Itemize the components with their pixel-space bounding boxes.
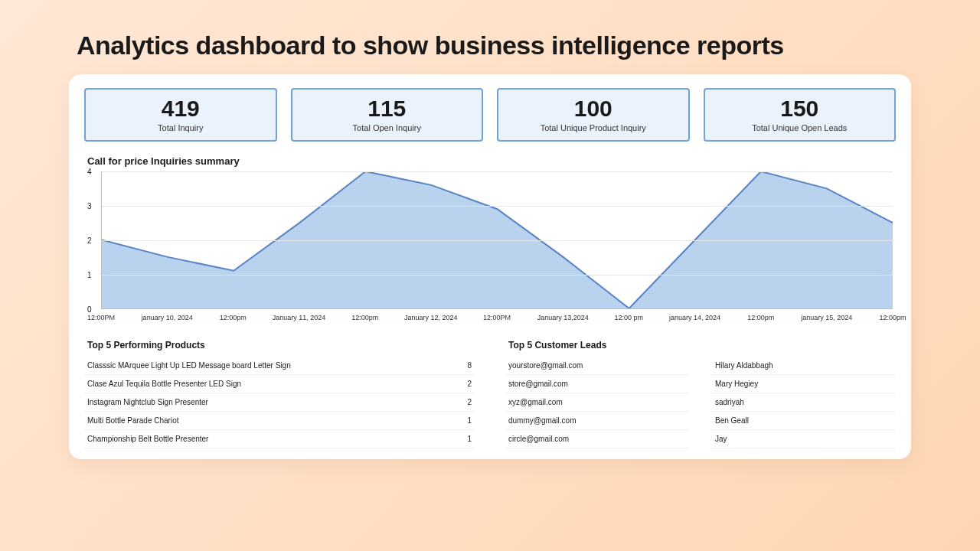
stat-value: 419 bbox=[90, 96, 271, 122]
product-name: Clase Azul Tequila Bottle Presenter LED … bbox=[87, 380, 241, 388]
table-row: Instagram Nightclub Sign Presenter2 bbox=[84, 393, 475, 412]
grid-line bbox=[102, 240, 893, 241]
y-tick: 1 bbox=[87, 271, 92, 279]
lead-email: circle@gmail.com bbox=[508, 435, 569, 443]
table-row: Ben Geall bbox=[712, 412, 896, 430]
top-leads-block: Top 5 Customer Leads yourstore@gmail.com… bbox=[505, 340, 896, 448]
product-name: Classsic MArquee Light Up LED Message bo… bbox=[87, 361, 291, 370]
lead-name: Ben Geall bbox=[715, 416, 749, 425]
table-row: Jay bbox=[712, 430, 896, 448]
lead-email: store@gmail.com bbox=[508, 380, 568, 388]
x-axis: 12:00PMjanuary 10, 202412:00pmJanuary 11… bbox=[101, 314, 893, 329]
x-tick: 12:00PM bbox=[87, 314, 115, 321]
grid-line bbox=[102, 275, 893, 276]
table-row: Hilary Aldabbagh bbox=[712, 357, 896, 375]
table-row: Multi Bottle Parade Chariot1 bbox=[84, 412, 475, 430]
stat-unique-product-inquiry: 100 Total Unique Product Inquiry bbox=[497, 88, 690, 142]
product-name: Championship Belt Bottle Presenter bbox=[87, 435, 208, 443]
stat-row: 419 Total Inquiry 115 Total Open Inquiry… bbox=[84, 88, 896, 142]
x-tick: january 10, 2024 bbox=[142, 314, 193, 321]
table-row: dummy@gmail.com bbox=[505, 412, 689, 430]
stat-value: 150 bbox=[710, 96, 890, 122]
top-products-title: Top 5 Performing Products bbox=[84, 340, 475, 350]
tables-row: Top 5 Performing Products Classsic MArqu… bbox=[84, 340, 896, 448]
x-tick: January 11, 2024 bbox=[273, 314, 326, 321]
stat-label: Total Inquiry bbox=[90, 123, 271, 132]
x-tick: 12:00pm bbox=[747, 314, 774, 321]
table-row: Clase Azul Tequila Bottle Presenter LED … bbox=[84, 375, 475, 393]
leads-columns: yourstore@gmail.comstore@gmail.comxyz@gm… bbox=[505, 357, 896, 448]
lead-name: sadriyah bbox=[715, 398, 744, 406]
y-tick: 3 bbox=[87, 202, 92, 210]
lead-name: Hilary Aldabbagh bbox=[715, 361, 773, 370]
x-tick: 12:00pm bbox=[351, 314, 378, 321]
lead-email: xyz@gmail.com bbox=[508, 398, 563, 406]
stat-unique-open-leads: 150 Total Unique Open Leads bbox=[704, 88, 897, 142]
x-tick: January 13,2024 bbox=[537, 314, 589, 321]
stat-label: Total Open Inquiry bbox=[297, 123, 478, 132]
lead-name: Mary Hegiey bbox=[715, 380, 758, 388]
grid-line bbox=[102, 206, 893, 207]
x-tick: january 15, 2024 bbox=[801, 314, 852, 321]
page-title: Analytics dashboard to show business int… bbox=[0, 0, 980, 74]
product-name: Instagram Nightclub Sign Presenter bbox=[87, 398, 208, 406]
leads-names-col: Hilary AldabbaghMary HegieysadriyahBen G… bbox=[712, 357, 896, 448]
table-row: yourstore@gmail.com bbox=[505, 357, 689, 375]
y-axis: 01234 bbox=[87, 171, 100, 309]
x-tick: 12:00 pm bbox=[615, 314, 644, 321]
lead-name: Jay bbox=[715, 435, 727, 443]
product-name: Multi Bottle Parade Chariot bbox=[87, 416, 179, 425]
product-count: 8 bbox=[467, 361, 472, 370]
product-count: 2 bbox=[467, 398, 472, 406]
stat-label: Total Unique Product Inquiry bbox=[503, 123, 684, 132]
product-count: 2 bbox=[467, 380, 472, 388]
inquiries-chart: 01234 12:00PMjanuary 10, 202412:00pmJanu… bbox=[87, 171, 896, 332]
y-tick: 0 bbox=[87, 305, 92, 314]
stat-value: 115 bbox=[297, 96, 478, 122]
x-tick: 12:00pm bbox=[220, 314, 247, 321]
leads-emails-col: yourstore@gmail.comstore@gmail.comxyz@gm… bbox=[505, 357, 689, 448]
stat-value: 100 bbox=[503, 96, 684, 122]
table-row: Mary Hegiey bbox=[712, 375, 896, 393]
stat-label: Total Unique Open Leads bbox=[710, 123, 890, 132]
x-tick: january 14, 2024 bbox=[669, 314, 720, 321]
chart-plot bbox=[101, 171, 893, 309]
y-tick: 4 bbox=[87, 168, 92, 176]
table-row: sadriyah bbox=[712, 393, 896, 412]
top-leads-title: Top 5 Customer Leads bbox=[505, 340, 896, 350]
stat-total-inquiry: 419 Total Inquiry bbox=[84, 88, 277, 142]
chart-title: Call for price Inquiries summary bbox=[87, 155, 896, 167]
x-tick: January 12, 2024 bbox=[404, 314, 458, 321]
table-row: store@gmail.com bbox=[505, 375, 689, 393]
x-tick: 12:00pm bbox=[879, 314, 906, 321]
stat-total-open-inquiry: 115 Total Open Inquiry bbox=[291, 88, 484, 142]
grid-line bbox=[102, 171, 893, 172]
y-tick: 2 bbox=[87, 236, 92, 245]
top-products-block: Top 5 Performing Products Classsic MArqu… bbox=[84, 340, 475, 448]
x-tick: 12:00PM bbox=[483, 314, 511, 321]
products-list: Classsic MArquee Light Up LED Message bo… bbox=[84, 357, 475, 448]
table-row: circle@gmail.com bbox=[505, 430, 689, 448]
table-row: xyz@gmail.com bbox=[505, 393, 689, 412]
table-row: Classsic MArquee Light Up LED Message bo… bbox=[84, 357, 475, 375]
lead-email: yourstore@gmail.com bbox=[508, 361, 583, 370]
product-count: 1 bbox=[467, 435, 472, 443]
product-count: 1 bbox=[467, 416, 472, 425]
lead-email: dummy@gmail.com bbox=[508, 416, 577, 425]
table-row: Championship Belt Bottle Presenter1 bbox=[84, 430, 475, 448]
dashboard-card: 419 Total Inquiry 115 Total Open Inquiry… bbox=[69, 74, 911, 459]
